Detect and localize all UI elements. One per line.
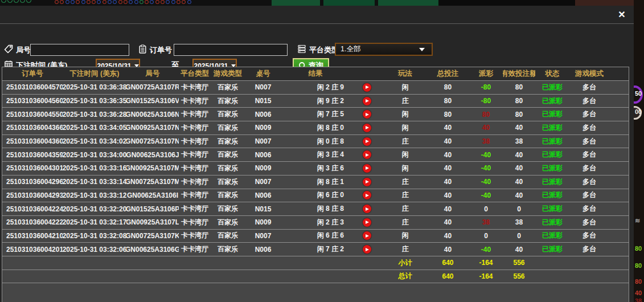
bet-records-table: 订单号下注时间 (美东)局号平台类型游戏类型桌号结果玩法总投注派彩有效投注额状态… (2, 67, 629, 302)
replay-button[interactable] (350, 108, 384, 121)
background-number-fragment: 80 (635, 278, 642, 285)
cell-payout: -80 (469, 81, 503, 94)
cell-table-no: N006 (245, 189, 281, 202)
play-icon (363, 83, 371, 92)
column-header: 平台类型 (179, 67, 211, 80)
cell-result: 闲 3 庄 6 (281, 162, 350, 175)
roadmap-circle-icon (92, 0, 96, 4)
cell-order-id: 251031036004224 (2, 202, 63, 215)
roadmap-circle-icon (108, 0, 112, 4)
replay-button[interactable] (350, 81, 384, 94)
cell-game-mode: 多台 (569, 162, 609, 175)
table-row[interactable]: 2510310360043602025-10-31 03:34:02GN0072… (2, 135, 629, 149)
cell-play-type: 庄 (384, 135, 426, 148)
column-header: 总投注 (426, 67, 469, 80)
cell-result: 闲 6 庄 0 (281, 189, 350, 202)
roadmap-circle-icon (60, 0, 64, 4)
cell-platform: 卡卡湾厅 (179, 135, 211, 148)
replay-button[interactable] (350, 243, 384, 256)
cell-round-id: GN01525A3106V (126, 95, 179, 108)
replay-button[interactable] (350, 148, 384, 161)
roadmap-circle-icon (14, 0, 19, 3)
replay-button[interactable] (350, 162, 384, 175)
table-row[interactable]: 2510310360042932025-10-31 03:33:12GN0062… (2, 189, 629, 203)
roadmap-circle-icon (65, 0, 69, 4)
table-row[interactable]: 2510310360042242025-10-31 03:32:20GN0152… (2, 202, 629, 216)
cell-order-id: 251031036004560 (2, 95, 63, 108)
cell-platform: 卡卡湾厅 (179, 95, 211, 108)
background-table-tile (438, 0, 575, 6)
roadmap-circle-icon (7, 0, 13, 3)
play-icon (363, 110, 371, 119)
cell-payout: 38 (469, 216, 503, 229)
cell-game-type: 百家乐 (211, 121, 245, 134)
chevron-down-icon (419, 48, 425, 51)
cell-result: 闲 8 庄 1 (281, 176, 350, 189)
table-body: 2510310360045702025-10-31 03:36:38GN0072… (2, 81, 629, 256)
column-header: 派彩 (469, 67, 503, 80)
cell-game-mode: 多台 (569, 148, 609, 161)
cell-round-id: GN01525A3106P (126, 202, 179, 215)
replay-button[interactable] (350, 135, 384, 148)
table-row[interactable]: 2510310360042222025-10-31 03:32:17GN0092… (2, 216, 629, 230)
table-row[interactable]: 2510310360045502025-10-31 03:36:28GN0062… (2, 108, 629, 121)
roadmap-circle-icon (124, 0, 128, 4)
roadmap-circle-icon (150, 0, 154, 4)
table-row[interactable]: 2510310360043012025-10-31 03:33:16GN0092… (2, 162, 629, 176)
table-row[interactable]: 2510310360042012025-10-31 03:32:06GN0062… (2, 243, 629, 256)
roadmap-circle-icon (134, 0, 138, 4)
clipboard-icon (138, 44, 147, 55)
cell-payout: -80 (469, 95, 503, 108)
cell-filler (609, 121, 629, 134)
cell-game-mode: 多台 (569, 95, 609, 108)
table-row[interactable]: 2510310360045702025-10-31 03:36:38GN0072… (2, 81, 629, 95)
cell-platform: 卡卡湾厅 (179, 162, 211, 175)
cell-platform: 卡卡湾厅 (179, 148, 211, 161)
cell-platform: 卡卡湾厅 (179, 216, 211, 229)
cell-bet-time: 2025-10-31 03:36:38 (63, 81, 126, 94)
play-icon (363, 191, 371, 199)
background-table-tile (323, 0, 375, 6)
replay-button[interactable] (350, 176, 384, 189)
platform-type-select[interactable]: 1.全部 (335, 43, 433, 56)
order-id-input[interactable] (174, 44, 288, 56)
cell-bet-time: 2025-10-31 03:32:08 (63, 230, 126, 243)
cell-round-id: GN00625A3106N (126, 108, 179, 121)
cell-game-type: 百家乐 (211, 95, 245, 108)
bet-history-modal: ✕ 局号 订单号 平台类型 (0, 6, 634, 302)
roadmap-circle-icon (76, 0, 80, 4)
table-row[interactable]: 2510310360043592025-10-31 03:34:00GN0062… (2, 148, 629, 162)
background-number-fragment: 38 (635, 297, 642, 302)
cell-filler (609, 243, 629, 256)
replay-button[interactable] (350, 202, 384, 215)
replay-button[interactable] (350, 216, 384, 229)
column-header: 下注时间 (美东) (63, 67, 126, 80)
table-row[interactable]: 2510310360045602025-10-31 03:36:35GN0152… (2, 95, 629, 108)
cell-filler (609, 216, 629, 229)
platform-type-selected-value: 1.全部 (341, 44, 360, 54)
play-icon (363, 137, 371, 146)
cell-game-type: 百家乐 (211, 81, 245, 94)
round-id-input[interactable] (30, 44, 129, 56)
cell-game-type: 百家乐 (211, 135, 245, 148)
play-icon (363, 124, 371, 132)
replay-button[interactable] (350, 189, 384, 202)
cell-play-type: 庄 (384, 202, 426, 215)
cell-payout: 80 (469, 108, 503, 121)
roadmap-circle-icon (71, 0, 75, 4)
cell-bet-time: 2025-10-31 03:36:35 (63, 95, 126, 108)
table-row[interactable]: 2510310360042102025-10-31 03:32:08GN0072… (2, 230, 629, 243)
cell-round-id: GN00725A3107R (126, 81, 179, 94)
replay-button[interactable] (350, 230, 384, 243)
table-row[interactable]: 2510310360042962025-10-31 03:33:14GN0072… (2, 176, 629, 189)
replay-button[interactable] (350, 121, 384, 134)
cell-order-id: 251031036004296 (2, 176, 63, 189)
cell-bet-time: 2025-10-31 03:34:00 (63, 148, 126, 161)
cell-round-id: GN00725A3107K (126, 230, 179, 243)
cell-bet-time: 2025-10-31 03:34:05 (63, 121, 126, 134)
cell-game-type: 百家乐 (211, 108, 245, 121)
play-icon (363, 97, 371, 105)
replay-button[interactable] (350, 95, 384, 108)
close-icon[interactable]: ✕ (616, 9, 628, 21)
table-row[interactable]: 2510310360043662025-10-31 03:34:05GN0092… (2, 121, 629, 135)
